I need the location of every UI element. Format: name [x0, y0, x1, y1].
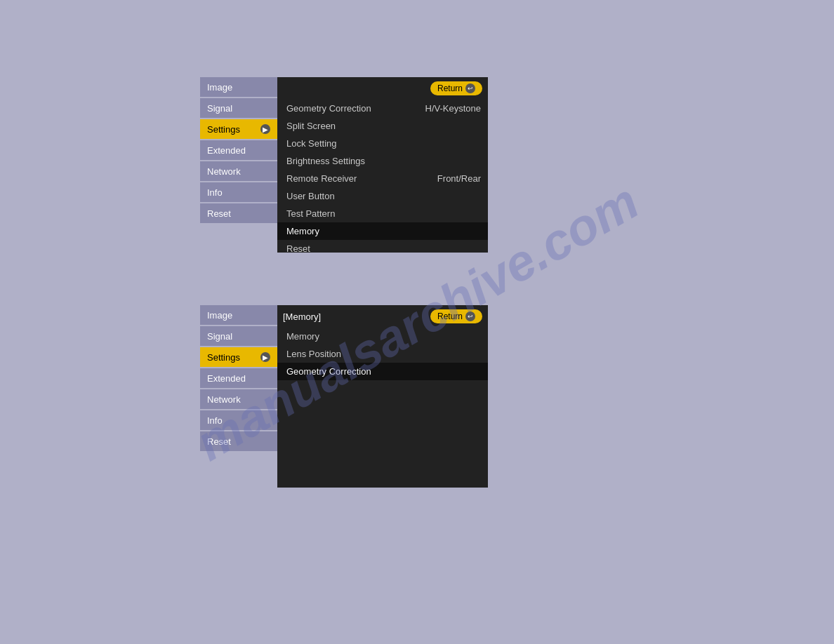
menu-item-remote-receiver[interactable]: Remote Receiver Front/Rear [277, 170, 488, 187]
menu-item-lens-position[interactable]: Lens Position [277, 345, 488, 363]
sidebar-label-signal-bottom: Signal [207, 331, 232, 342]
top-menu-list: Geometry Correction H/V-Keystone Split S… [277, 100, 488, 257]
bottom-panel-header: [Memory] Return ↩ [277, 305, 488, 328]
menu-item-lock-setting[interactable]: Lock Setting [277, 135, 488, 152]
top-return-arrow-icon: ↩ [465, 83, 475, 93]
menu-item-label: Geometry Correction [286, 103, 371, 114]
menu-item-label: Reset [286, 243, 310, 254]
menu-item-label: Geometry Correction [286, 366, 371, 377]
sidebar-item-info-bottom[interactable]: Info [200, 410, 277, 430]
top-return-label: Return [437, 83, 463, 93]
top-return-button[interactable]: Return ↩ [430, 81, 482, 95]
menu-item-memory[interactable]: Memory [277, 222, 488, 240]
bottom-return-label: Return [437, 311, 463, 321]
top-panel-wrapper: Image Signal Settings ▶ Extended Network… [200, 77, 488, 253]
sidebar-label-network-top: Network [207, 166, 241, 177]
menu-item-value: H/V-Keystone [425, 103, 482, 114]
menu-item-test-pattern[interactable]: Test Pattern [277, 205, 488, 222]
settings-icon-bottom: ▶ [260, 352, 270, 362]
bottom-panel-wrapper: Image Signal Settings ▶ Extended Network… [200, 305, 488, 488]
menu-item-brightness-settings[interactable]: Brightness Settings [277, 152, 488, 170]
menu-item-geometry-correction[interactable]: Geometry Correction H/V-Keystone [277, 100, 488, 117]
sidebar-item-extended-bottom[interactable]: Extended [200, 368, 277, 388]
bottom-panel-outer: Image Signal Settings ▶ Extended Network… [200, 305, 488, 488]
menu-item-user-button[interactable]: User Button [277, 187, 488, 205]
settings-icon-top: ▶ [260, 124, 270, 134]
menu-item-label: Split Screen [286, 121, 336, 131]
sidebar-item-reset-bottom[interactable]: Reset [200, 431, 277, 451]
menu-item-label: Lens Position [286, 349, 341, 359]
bottom-panel-title: [Memory] [283, 311, 321, 322]
sidebar-label-signal-top: Signal [207, 103, 232, 114]
sidebar-label-reset-bottom: Reset [207, 436, 231, 447]
sidebar-label-settings-top: Settings [207, 124, 240, 135]
sidebar-item-image-top[interactable]: Image [200, 77, 277, 97]
sidebar-label-info-top: Info [207, 187, 223, 198]
bottom-return-button[interactable]: Return ↩ [430, 309, 482, 323]
sidebar-item-signal-bottom[interactable]: Signal [200, 326, 277, 346]
menu-item-label: User Button [286, 191, 335, 201]
bottom-sidebar: Image Signal Settings ▶ Extended Network… [200, 305, 277, 452]
sidebar-label-extended-top: Extended [207, 145, 246, 156]
menu-item-split-screen[interactable]: Split Screen [277, 117, 488, 135]
menu-item-label: Memory [286, 331, 319, 342]
top-main-panel: Return ↩ Geometry Correction H/V-Keyston… [277, 77, 488, 253]
sidebar-label-extended-bottom: Extended [207, 373, 246, 384]
sidebar-item-image-bottom[interactable]: Image [200, 305, 277, 325]
top-panel-outer: Image Signal Settings ▶ Extended Network… [200, 77, 488, 253]
sidebar-item-network-bottom[interactable]: Network [200, 389, 277, 409]
menu-item-label: Brightness Settings [286, 156, 365, 166]
top-panel-header: Return ↩ [277, 77, 488, 100]
sidebar-label-network-bottom: Network [207, 394, 241, 405]
bottom-menu-list: Memory Lens Position Geometry Correction [277, 328, 488, 380]
sidebar-label-info-bottom: Info [207, 415, 223, 426]
sidebar-item-settings-bottom[interactable]: Settings ▶ [200, 347, 277, 367]
bottom-main-panel: [Memory] Return ↩ Memory Lens Position G… [277, 305, 488, 488]
menu-item-value: Front/Rear [437, 173, 481, 184]
menu-item-label: Memory [286, 226, 319, 236]
sidebar-item-reset-top[interactable]: Reset [200, 203, 277, 223]
sidebar-item-settings-top[interactable]: Settings ▶ [200, 119, 277, 139]
sidebar-item-network-top[interactable]: Network [200, 161, 277, 181]
menu-item-geometry-correction-bottom[interactable]: Geometry Correction [277, 363, 488, 380]
menu-item-label: Test Pattern [286, 208, 335, 219]
bottom-return-arrow-icon: ↩ [465, 311, 475, 321]
sidebar-label-image-top: Image [207, 82, 232, 93]
sidebar-item-extended-top[interactable]: Extended [200, 140, 277, 160]
sidebar-label-settings-bottom: Settings [207, 352, 240, 363]
sidebar-item-signal-top[interactable]: Signal [200, 98, 277, 118]
menu-item-memory-bottom[interactable]: Memory [277, 328, 488, 345]
sidebar-item-info-top[interactable]: Info [200, 182, 277, 202]
sidebar-label-reset-top: Reset [207, 208, 231, 219]
menu-item-reset[interactable]: Reset [277, 240, 488, 257]
top-sidebar: Image Signal Settings ▶ Extended Network… [200, 77, 277, 224]
sidebar-label-image-bottom: Image [207, 310, 232, 321]
menu-item-label: Lock Setting [286, 138, 337, 149]
menu-item-label: Remote Receiver [286, 173, 357, 184]
